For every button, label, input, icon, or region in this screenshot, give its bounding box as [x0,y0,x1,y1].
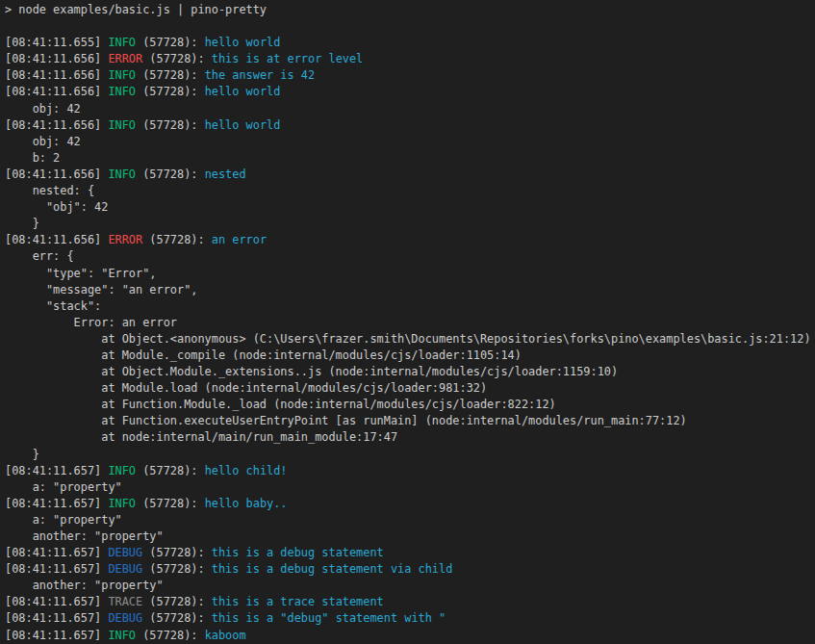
log-text: [08:41:11.657] [5,611,108,625]
terminal-line: nested: { [5,183,815,199]
log-text: at Object.Module._extensions..js (node:i… [5,365,618,378]
terminal-line: "message": "an error", [5,282,815,298]
log-text: another: "property" [5,579,164,592]
log-message: this is a debug statement via child [212,562,453,576]
terminal-line: a: "property" [5,512,815,528]
log-text: [08:41:11.656] [5,68,108,82]
log-text: (57728): [142,562,212,576]
log-text: at node:internal/main/run_main_module:17… [5,430,397,444]
log-level-info: INFO [108,167,136,181]
log-text: (57728): [136,497,205,510]
log-text: [08:41:11.657] [5,546,108,559]
log-text: [08:41:11.656] [5,233,108,246]
log-text: err: { [5,249,74,263]
terminal-line: [08:41:11.656] ERROR (57728): this is at… [5,51,815,67]
log-message: this is a "debug" statement with " [212,611,446,625]
log-text: (57728): [136,167,205,181]
terminal-line: b: 2 [5,150,815,167]
log-text: nested: { [5,184,94,197]
terminal-line: obj: 42 [5,134,815,150]
terminal-line: > node examples/basic.js | pino-pretty [5,2,815,18]
terminal-line: [08:41:11.656] INFO (57728): hello world [5,117,815,134]
log-text: "stack": [5,299,101,313]
log-message: hello world [205,85,281,98]
log-text: [08:41:11.657] [5,562,108,576]
log-level-debug: DEBUG [108,611,142,625]
log-message: this is a debug statement [212,546,384,559]
terminal-line: obj: 42 [5,101,815,117]
terminal-line: [08:41:11.657] DEBUG (57728): this is a … [5,610,815,627]
log-text: b: 2 [5,151,60,165]
log-message: nested [205,167,246,181]
log-message: this is at error level [212,52,364,65]
log-message: kaboom [205,629,246,642]
log-level-info: INFO [108,464,136,477]
terminal-line: [08:41:11.656] INFO (57728): the answer … [5,67,815,84]
log-text: (57728): [136,464,205,477]
terminal-line: [08:41:11.657] INFO (57728): kaboom [5,628,815,644]
log-text: "type": "Error", [5,267,157,280]
log-text: (57728): [142,546,212,559]
log-level-info: INFO [108,629,136,642]
log-level-debug: DEBUG [108,562,142,576]
terminal-line: [08:41:11.656] INFO (57728): nested [5,167,815,183]
terminal-line: "obj": 42 [5,199,815,216]
log-level-info: INFO [108,118,136,132]
log-text: > node examples/basic.js | pino-pretty [5,3,267,16]
log-text: [08:41:11.656] [5,52,108,65]
log-text: at Function.executeUserEntryPoint [as ru… [5,414,687,427]
log-text: (57728): [136,85,205,98]
log-message: an error [212,233,267,246]
log-text: [08:41:11.656] [5,167,108,181]
log-text: (57728): [142,233,212,246]
terminal-line: a: "property" [5,479,815,496]
log-message: the answer is 42 [205,68,316,82]
terminal-line: another: "property" [5,528,815,545]
log-text: (57728): [136,68,205,82]
log-text: at Function.Module._load (node:internal/… [5,398,556,411]
terminal-line: at Module.load (node:internal/modules/cj… [5,380,815,397]
log-level-info: INFO [108,497,136,510]
log-text: [08:41:11.657] [5,595,108,608]
log-text: "obj": 42 [5,200,108,214]
log-level-info: INFO [108,85,136,98]
log-level-info: INFO [108,68,136,82]
log-text: [08:41:11.656] [5,85,108,98]
log-text: [08:41:11.657] [5,497,108,510]
log-text: (57728): [142,52,212,65]
terminal-line [5,18,815,35]
terminal-line: [08:41:11.657] TRACE (57728): this is a … [5,594,815,610]
log-level-trace: TRACE [108,595,142,608]
log-text: (57728): [136,629,205,642]
terminal-line: [08:41:11.657] DEBUG (57728): this is a … [5,545,815,561]
log-text: [08:41:11.656] [5,118,108,132]
terminal-line: "type": "Error", [5,266,815,282]
log-level-error: ERROR [108,52,142,65]
terminal-line: [08:41:11.656] ERROR (57728): an error [5,232,815,248]
terminal: > node examples/basic.js | pino-pretty [… [0,0,815,644]
log-text: Error: an error [5,316,177,329]
log-text: [08:41:11.657] [5,629,108,642]
terminal-line: [08:41:11.656] INFO (57728): hello world [5,84,815,100]
log-level-error: ERROR [108,233,142,246]
terminal-line: at Object.Module._extensions..js (node:i… [5,364,815,380]
terminal-line: "stack": [5,298,815,315]
log-text: at Object.<anonymous> (C:\Users\frazer.s… [5,332,811,346]
log-text: at Module._compile (node:internal/module… [5,348,522,362]
log-text: [08:41:11.655] [5,36,108,49]
terminal-line: [08:41:11.657] INFO (57728): hello child… [5,463,815,479]
terminal-line: at Object.<anonymous> (C:\Users\frazer.s… [5,331,815,348]
terminal-line: [08:41:11.655] INFO (57728): hello world [5,35,815,51]
log-text: "message": "an error", [5,283,197,296]
log-text: at Module.load (node:internal/modules/cj… [5,381,487,395]
log-text: (57728): [142,611,212,625]
terminal-line: at Function.Module._load (node:internal/… [5,397,815,413]
log-text: obj: 42 [5,102,81,116]
log-text: (57728): [142,595,212,608]
log-text: (57728): [136,36,205,49]
terminal-line: err: { [5,248,815,265]
terminal-line: at Function.executeUserEntryPoint [as ru… [5,413,815,429]
terminal-line: another: "property" [5,578,815,594]
log-message: hello world [205,118,281,132]
log-text: } [5,217,39,230]
